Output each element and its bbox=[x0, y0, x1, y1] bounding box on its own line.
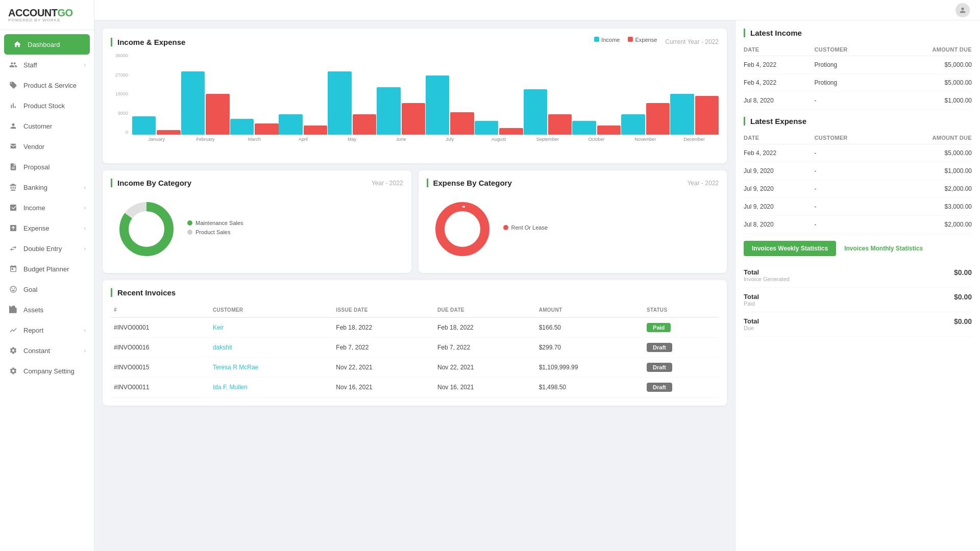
invoice-status: Draft bbox=[644, 358, 719, 378]
income-bar-3 bbox=[279, 114, 302, 135]
weekly-stats-tab[interactable]: Invoices Weekly Statistics bbox=[744, 241, 836, 256]
sidebar-item-constant[interactable]: Constant › bbox=[0, 340, 94, 361]
stat-sublabel: Invoice Generated bbox=[744, 276, 790, 282]
stat-row-0: Total Invoice Generated $0.00 bbox=[744, 263, 972, 288]
latest-expense-title: Latest Expense bbox=[744, 117, 972, 126]
user-avatar[interactable] bbox=[955, 3, 970, 17]
double-entry-label: Double Entry bbox=[23, 245, 62, 253]
latest-income-title: Latest Income bbox=[744, 29, 972, 37]
sidebar-item-double-entry[interactable]: Double Entry › bbox=[0, 238, 94, 259]
col-id: # bbox=[111, 303, 210, 317]
sidebar-item-company-setting[interactable]: Company Setting bbox=[0, 361, 94, 381]
goal-icon bbox=[8, 284, 18, 294]
invoices-table: # CUSTOMER ISSUE DATE DUE DATE AMOUNT ST… bbox=[111, 303, 719, 397]
invoice-status: Draft bbox=[644, 378, 719, 397]
customer-label: Customer bbox=[23, 122, 52, 130]
bar-label-march: March bbox=[230, 137, 279, 142]
invoice-stats-section: Invoices Weekly Statistics Invoices Mont… bbox=[744, 241, 972, 337]
income-category-subtitle: Year - 2022 bbox=[372, 180, 403, 187]
exp-amount: $5,000.00 bbox=[886, 144, 972, 162]
stat-value: $0.00 bbox=[954, 317, 972, 325]
latest-expense-table: DATE CUSTOMER AMOUNT DUE Feb 4, 2022 - $… bbox=[744, 132, 972, 234]
sidebar-item-goal[interactable]: Goal bbox=[0, 279, 94, 299]
vendor-icon bbox=[8, 141, 18, 152]
invoice-customer: Keir bbox=[210, 317, 333, 338]
expense-label: Expense bbox=[23, 224, 50, 232]
staff-label: Staff bbox=[23, 61, 37, 69]
sidebar-item-report[interactable]: Report › bbox=[0, 320, 94, 340]
expense-legend: Expense bbox=[628, 37, 657, 43]
sidebar-item-banking[interactable]: Banking › bbox=[0, 177, 94, 197]
invoice-id: #INVO00011 bbox=[111, 378, 210, 397]
budget-label: Budget Planner bbox=[23, 265, 69, 273]
bar-label-september: September bbox=[523, 137, 572, 142]
sidebar-item-budget-planner[interactable]: Budget Planner bbox=[0, 259, 94, 279]
expense-bar-5 bbox=[402, 103, 425, 135]
invoice-amount: $299.70 bbox=[536, 338, 644, 358]
expense-category-title: Expense By Category bbox=[427, 179, 512, 187]
exp-amount: $1,000.00 bbox=[886, 162, 972, 180]
sidebar-item-expense[interactable]: Expense › bbox=[0, 218, 94, 238]
svg-point-2 bbox=[440, 207, 485, 252]
invoice-issue: Feb 18, 2022 bbox=[333, 317, 434, 338]
inc-customer: Protiong bbox=[814, 74, 886, 92]
stat-row-1: Total Paid $0.00 bbox=[744, 288, 972, 312]
sidebar-item-proposal[interactable]: Proposal bbox=[0, 157, 94, 177]
bar-label-april: April bbox=[279, 137, 328, 142]
inc-date: Jul 8, 2020 bbox=[744, 92, 814, 110]
income-row-2: Jul 8, 2020 - $1,000.00 bbox=[744, 92, 972, 110]
bar-label-july: July bbox=[426, 137, 475, 142]
expense-header-row: DATE CUSTOMER AMOUNT DUE bbox=[744, 132, 972, 144]
sidebar-item-vendor[interactable]: Vendor bbox=[0, 136, 94, 157]
expense-row-0: Feb 4, 2022 - $5,000.00 bbox=[744, 144, 972, 162]
stats-tabs: Invoices Weekly Statistics Invoices Mont… bbox=[744, 241, 972, 256]
bar-label-february: February bbox=[181, 137, 230, 142]
stat-value: $0.00 bbox=[954, 268, 972, 277]
budget-icon bbox=[8, 264, 18, 274]
col-issue: ISSUE DATE bbox=[333, 303, 434, 317]
sidebar-item-dashboard[interactable]: Dashboard bbox=[4, 34, 90, 55]
income-legend: Income bbox=[594, 37, 620, 43]
expense-bar-6 bbox=[450, 112, 474, 135]
invoice-row-0: #INVO00001 Keir Feb 18, 2022 Feb 18, 202… bbox=[111, 317, 719, 338]
invoice-row-2: #INVO00015 Teresa R McRae Nov 22, 2021 N… bbox=[111, 358, 719, 378]
income-header-row: DATE CUSTOMER AMOUNT DUE bbox=[744, 43, 972, 56]
exp-customer: - bbox=[814, 180, 886, 198]
content-area: Income & Expense Income Expense Current … bbox=[94, 20, 980, 551]
sidebar-item-customer[interactable]: Customer bbox=[0, 116, 94, 136]
sidebar-item-income[interactable]: Income › bbox=[0, 197, 94, 218]
income-bar-2 bbox=[230, 119, 254, 135]
expense-bar-1 bbox=[206, 94, 229, 135]
bar-group-july bbox=[426, 76, 474, 135]
sidebar-item-staff[interactable]: Staff › bbox=[0, 55, 94, 75]
bar-label-october: October bbox=[572, 137, 621, 142]
right-panel: Latest Income DATE CUSTOMER AMOUNT DUE F… bbox=[735, 20, 980, 551]
sidebar-item-assets[interactable]: Assets bbox=[0, 299, 94, 320]
expense-donut-container: Rent Or Lease bbox=[427, 193, 719, 265]
dashboard-label: Dashboard bbox=[28, 41, 60, 48]
income-body: Feb 4, 2022 Protiong $5,000.00 Feb 4, 20… bbox=[744, 56, 972, 110]
sidebar-item-product-service[interactable]: Product & Service bbox=[0, 75, 94, 95]
sidebar-item-product-stock[interactable]: Product Stock bbox=[0, 95, 94, 116]
income-row-0: Feb 4, 2022 Protiong $5,000.00 bbox=[744, 56, 972, 74]
monthly-stats-tab[interactable]: Invoices Monthly Statistics bbox=[836, 241, 931, 256]
income-donut-container: Maintenance Sales Product Sales bbox=[111, 193, 403, 265]
exp-date: Jul 8, 2020 bbox=[744, 216, 814, 234]
stat-row-2: Total Due $0.00 bbox=[744, 312, 972, 337]
invoice-customer: Teresa R McRae bbox=[210, 358, 333, 378]
stat-sublabel: Paid bbox=[744, 300, 759, 307]
stat-value: $0.00 bbox=[954, 293, 972, 301]
inc-amount: $1,000.00 bbox=[886, 92, 972, 110]
inc-amount: $5,000.00 bbox=[886, 74, 972, 92]
exp-customer: - bbox=[814, 216, 886, 234]
invoice-id: #INVO00015 bbox=[111, 358, 210, 378]
expense-donut-chart bbox=[432, 198, 493, 260]
expense-bar-3 bbox=[304, 126, 327, 135]
tag-icon bbox=[8, 80, 18, 90]
people-icon bbox=[8, 60, 18, 70]
invoice-due: Nov 22, 2021 bbox=[434, 358, 536, 378]
income-bar-6 bbox=[426, 76, 449, 135]
bar-chart-container: 0 9000 18000 27000 36000 JanuaryFebruary… bbox=[111, 53, 719, 155]
expense-icon bbox=[8, 223, 18, 233]
maintenance-dot bbox=[187, 220, 192, 226]
